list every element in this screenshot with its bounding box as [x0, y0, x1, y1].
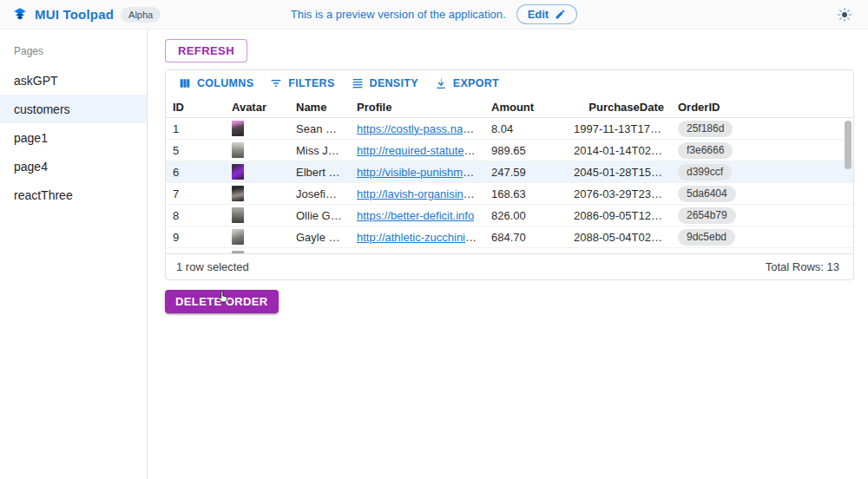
- toolpad-logo-icon: [12, 7, 28, 23]
- download-icon: [434, 76, 448, 90]
- refresh-button[interactable]: REFRESH: [165, 39, 247, 62]
- column-header-avatar[interactable]: Avatar: [225, 101, 289, 114]
- order-id-chip: d399ccf: [678, 164, 732, 180]
- grid-header-row: ID Avatar Name Profile Amount PurchaseDa…: [166, 96, 853, 118]
- table-row[interactable]: 8 Ollie Green... https://better-deficit.…: [166, 205, 853, 226]
- total-rows: Total Rows: 13: [766, 260, 839, 273]
- order-id-chip: f3e6666: [678, 142, 733, 159]
- sun-icon: [837, 7, 852, 23]
- avatar: [232, 229, 244, 245]
- columns-button[interactable]: COLUMNS: [173, 73, 259, 94]
- profile-link[interactable]: http://required-statute.org: [357, 144, 483, 157]
- grid-body: 1 Sean Harris https://costly-pass.name 8…: [166, 118, 853, 253]
- table-row[interactable]: 7 Josefina P... http://lavish-organising…: [166, 183, 853, 205]
- table-row[interactable]: 5 Miss Juan ... http://required-statute.…: [166, 140, 853, 161]
- column-header-orderid[interactable]: OrderID: [671, 101, 845, 114]
- view-columns-icon: [178, 76, 192, 90]
- theme-toggle-button[interactable]: [833, 3, 856, 26]
- profile-link[interactable]: http://lavish-organising.name: [357, 187, 484, 200]
- column-header-profile[interactable]: Profile: [350, 101, 484, 114]
- avatar: [232, 164, 244, 180]
- avatar: [232, 142, 244, 158]
- avatar: [232, 186, 244, 201]
- sidebar-item-page1[interactable]: page1: [0, 123, 147, 152]
- avatar: [232, 207, 244, 223]
- app-title: MUI Toolpad: [35, 7, 114, 22]
- profile-link[interactable]: http://athletic-zucchini.org: [357, 231, 484, 244]
- density-button[interactable]: DENSITY: [345, 73, 424, 94]
- profile-link[interactable]: https://better-deficit.info: [357, 209, 474, 222]
- profile-link[interactable]: https://costly-pass.name: [357, 122, 478, 135]
- vertical-scrollbar-thumb[interactable]: [845, 121, 852, 169]
- sidebar-section-label: Pages: [0, 40, 147, 66]
- filter-list-icon: [269, 76, 283, 90]
- sidebar-item-reactthree[interactable]: reactThree: [0, 180, 147, 209]
- sidebar-item-customers[interactable]: customers: [0, 95, 147, 123]
- selection-count: 1 row selected: [176, 260, 249, 273]
- delete-order-button[interactable]: DELETE ORDER: [165, 290, 279, 313]
- order-id-chip: 5da6404: [678, 186, 736, 202]
- sidebar-item-page4[interactable]: page4: [0, 152, 147, 180]
- pencil-icon: [555, 9, 566, 20]
- order-id-chip: 9dc5ebd: [678, 229, 735, 246]
- column-header-id[interactable]: ID: [166, 101, 225, 114]
- sidebar-item-askgpt[interactable]: askGPT: [0, 66, 147, 95]
- table-row[interactable]: 1 Sean Harris https://costly-pass.name 8…: [166, 118, 853, 140]
- grid-toolbar: COLUMNS FILTERS DENSITY: [166, 70, 853, 96]
- table-row-partial[interactable]: [166, 248, 853, 253]
- preview-banner-text: This is a preview version of the applica…: [291, 8, 506, 21]
- alpha-badge: Alpha: [121, 7, 161, 23]
- column-header-name[interactable]: Name: [289, 101, 350, 114]
- avatar: [232, 251, 244, 253]
- column-header-amount[interactable]: Amount: [484, 101, 567, 114]
- grid-footer: 1 row selected Total Rows: 13: [166, 253, 853, 279]
- customers-data-grid: COLUMNS FILTERS DENSITY: [165, 69, 854, 280]
- order-id-chip: 25f186d: [678, 121, 733, 137]
- table-row-selected[interactable]: 6 Elbert McL... http://visible-punishmen…: [166, 161, 853, 183]
- page-content: REFRESH COLUMNS FILTERS: [148, 30, 868, 479]
- edit-button[interactable]: Edit: [516, 4, 578, 24]
- sidebar: Pages askGPT customers page1 page4 react…: [0, 30, 148, 479]
- column-header-purchasedate[interactable]: PurchaseDate: [567, 101, 671, 114]
- profile-link[interactable]: http://visible-punishment.net: [357, 166, 484, 179]
- app-header: MUI Toolpad Alpha This is a preview vers…: [0, 0, 868, 30]
- filters-button[interactable]: FILTERS: [264, 73, 339, 94]
- order-id-chip: 2654b79: [678, 207, 736, 224]
- export-button[interactable]: EXPORT: [429, 73, 504, 94]
- density-lines-icon: [351, 76, 365, 90]
- avatar: [232, 121, 244, 136]
- table-row[interactable]: 9 Gayle Den... http://athletic-zucchini.…: [166, 226, 853, 248]
